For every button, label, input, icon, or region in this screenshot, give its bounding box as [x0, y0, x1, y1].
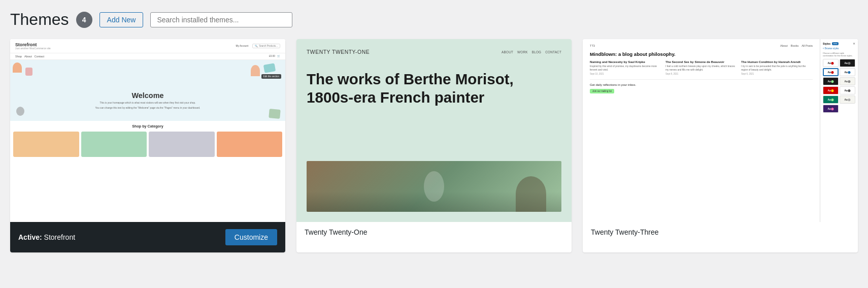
sf-clothing-decoration-2: [263, 63, 276, 73]
tt1-hero-image: [307, 161, 561, 212]
tt3-preview: TT3 About Books All Posts Mindblown: a b…: [583, 39, 858, 222]
tt1-theme-name: Twenty Twenty-One: [305, 228, 367, 236]
storefront-preview: Storefront Just another WooCommerce site…: [10, 39, 285, 222]
theme-card-twentytwentythree[interactable]: TT3 About Books All Posts Mindblown: a b…: [583, 39, 858, 252]
page-title: Themes: [10, 10, 69, 29]
theme-card-twentytwentyone[interactable]: TWENTY TWENTY-ONE ABOUT WORK BLOG CONTAC…: [296, 39, 572, 252]
customize-button[interactable]: Customize: [225, 229, 277, 245]
sf-hero: Edit this section Welcome This is your h…: [10, 60, 285, 121]
tt3-preview-container: TT3 About Books All Posts Mindblown: a b…: [583, 39, 858, 222]
active-label: Active: Storefront: [18, 233, 75, 242]
theme-card-storefront[interactable]: Storefront Just another WooCommerce site…: [10, 39, 285, 252]
search-input[interactable]: [150, 12, 292, 27]
tt3-styles-panel: Styles beta ✕ < Browse styles Choose a d…: [820, 39, 858, 222]
active-theme-footer: Active: Storefront Customize: [10, 222, 285, 252]
tt3-style-swatches: Aa ⬤ Aa ⬤ Aa ⬤ Aa ⬤ Aa ⬤ Aa ⬤ Aa ⬤ Aa ⬤ …: [823, 59, 855, 113]
tt1-preview: TWENTY TWENTY-ONE ABOUT WORK BLOG CONTAC…: [296, 39, 572, 222]
tt3-theme-name: Twenty Twenty-Three: [591, 228, 659, 236]
tt1-preview-container: TWENTY TWENTY-ONE ABOUT WORK BLOG CONTAC…: [296, 39, 572, 222]
add-new-button[interactable]: Add New: [99, 12, 144, 27]
sf-clothing-decoration-1: [13, 62, 22, 73]
sf-logo: Storefront: [15, 42, 51, 47]
page-header: Themes 4 Add New: [10, 10, 858, 29]
sf-products: [10, 132, 285, 157]
themes-grid: Storefront Just another WooCommerce site…: [10, 39, 858, 252]
theme-count-badge: 4: [76, 12, 92, 28]
tt1-theme-footer: Twenty Twenty-One: [296, 222, 572, 242]
tt3-theme-footer: Twenty Twenty-Three: [583, 222, 858, 242]
